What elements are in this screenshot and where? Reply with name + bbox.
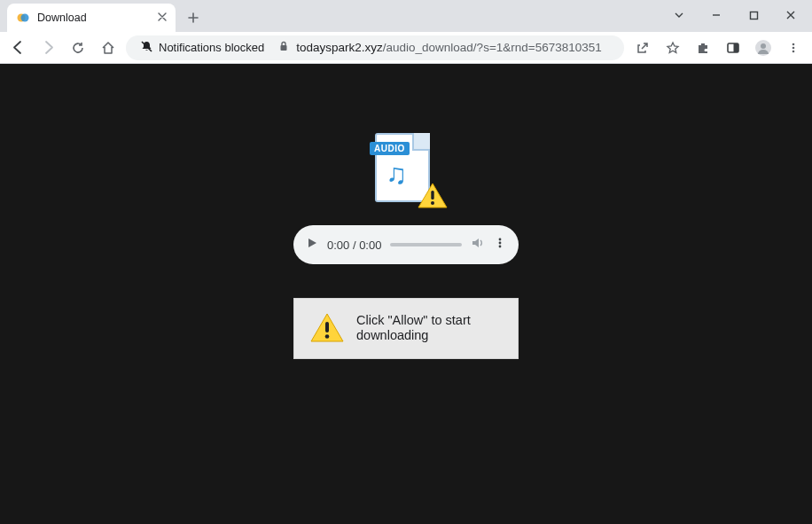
- play-button[interactable]: [306, 237, 318, 253]
- window-dropdown-button[interactable]: [661, 4, 697, 27]
- music-note-icon: ♫: [386, 158, 407, 191]
- svg-rect-5: [734, 43, 739, 52]
- svg-point-14: [499, 242, 502, 245]
- svg-point-15: [499, 246, 502, 248]
- notifications-blocked-chip[interactable]: Notifications blocked: [135, 38, 271, 58]
- bell-off-icon: [140, 40, 153, 56]
- audio-player: 0:00 / 0:00: [293, 225, 519, 264]
- lock-icon: [278, 41, 289, 54]
- allow-alert-box: Click "Allow" to start downloading: [293, 298, 519, 359]
- extensions-button[interactable]: [690, 35, 716, 60]
- svg-point-1: [21, 14, 29, 22]
- profile-button[interactable]: [750, 35, 777, 60]
- bookmark-button[interactable]: [660, 35, 686, 60]
- sidepanel-button[interactable]: [720, 35, 746, 60]
- svg-rect-3: [281, 45, 287, 51]
- svg-point-17: [325, 335, 330, 340]
- back-button[interactable]: [5, 35, 30, 60]
- svg-point-10: [792, 50, 795, 52]
- svg-rect-2: [750, 12, 757, 19]
- svg-point-12: [431, 201, 434, 205]
- menu-button[interactable]: [780, 35, 807, 60]
- svg-point-7: [761, 43, 766, 49]
- player-seek-bar[interactable]: [390, 243, 462, 246]
- player-more-button[interactable]: [494, 237, 506, 253]
- volume-button[interactable]: [471, 236, 485, 254]
- page-content: AUDIO ♫ 0:00 / 0:00 Click "Allow" to sta…: [0, 64, 812, 524]
- forward-button[interactable]: [35, 35, 60, 60]
- audio-badge-label: AUDIO: [370, 142, 410, 155]
- reload-button[interactable]: [66, 35, 90, 60]
- svg-rect-11: [431, 191, 433, 199]
- browser-tab[interactable]: Download: [7, 4, 176, 32]
- url-text: todayspark2.xyz/audio_download/?s=1&rnd=…: [296, 41, 602, 54]
- player-time: 0:00 / 0:00: [327, 239, 381, 252]
- notifications-blocked-label: Notifications blocked: [159, 41, 264, 54]
- tab-title: Download: [37, 12, 87, 24]
- window-minimize-button[interactable]: [699, 4, 734, 27]
- warning-icon: [418, 183, 448, 209]
- audio-file-icon: AUDIO ♫: [370, 133, 442, 206]
- address-bar[interactable]: Notifications blocked todayspark2.xyz/au…: [126, 35, 624, 60]
- home-button[interactable]: [96, 35, 121, 60]
- svg-rect-16: [325, 322, 329, 332]
- tab-close-button[interactable]: [158, 12, 167, 24]
- favicon-icon: [16, 11, 30, 25]
- warning-icon: [310, 313, 344, 343]
- url-host: todayspark2.xyz: [296, 41, 383, 54]
- svg-point-9: [792, 46, 795, 49]
- window-close-button[interactable]: [773, 4, 808, 27]
- svg-point-13: [499, 239, 502, 241]
- url-path: /audio_download/?s=1&rnd=5673810351: [383, 41, 602, 54]
- new-tab-button[interactable]: [181, 5, 206, 30]
- browser-toolbar: Notifications blocked todayspark2.xyz/au…: [0, 32, 812, 64]
- svg-point-8: [792, 43, 795, 45]
- window-maximize-button[interactable]: [736, 4, 771, 27]
- alert-text: Click "Allow" to start downloading: [356, 313, 502, 344]
- share-button[interactable]: [629, 35, 656, 60]
